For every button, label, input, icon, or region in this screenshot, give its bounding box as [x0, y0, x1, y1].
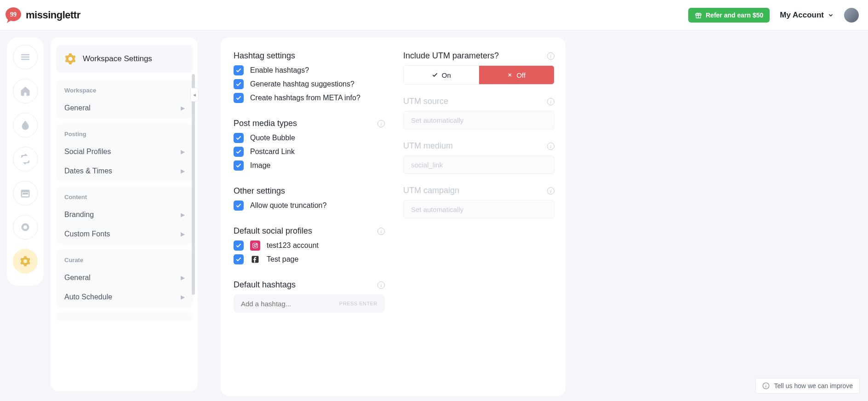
instagram-icon: [250, 241, 260, 251]
feedback-label: Tell us how we can improve: [774, 382, 853, 390]
group-curate: Curate General ▶ Auto Schedule ▶: [56, 249, 193, 308]
checkbox[interactable]: [234, 241, 244, 251]
sidebar-item-social-profiles[interactable]: Social Profiles ▶: [56, 142, 193, 161]
info-icon[interactable]: i: [377, 228, 385, 235]
other-settings-block: Other settings Allow quote truncation?: [234, 186, 385, 214]
checkbox[interactable]: [234, 79, 244, 89]
sidebar-item-branding[interactable]: Branding ▶: [56, 205, 193, 224]
sidebar-item-label: Dates & Times: [64, 167, 112, 175]
left-half: Hashtag settings Enable hashtags? Genera…: [234, 51, 385, 385]
section-title: Other settings: [234, 186, 385, 196]
utm-medium-input: social_link: [403, 155, 554, 174]
checkbox[interactable]: [234, 93, 244, 103]
gear-icon: [20, 256, 31, 267]
account-menu[interactable]: My Account: [780, 11, 834, 20]
check-label: Create hashtags from META info?: [250, 94, 360, 102]
check-label: Allow quote truncation?: [250, 201, 326, 210]
chevron-right-icon: ▶: [181, 149, 185, 155]
press-enter-hint: PRESS ENTER: [339, 301, 377, 306]
settings-title: Workspace Settings: [83, 54, 152, 63]
nav-home-button[interactable]: [13, 79, 38, 103]
field-label: UTM campaign i: [403, 186, 554, 195]
nav-calendar-button[interactable]: [13, 181, 38, 206]
svg-rect-7: [27, 193, 28, 195]
utm-campaign-block: UTM campaign i Set automatically: [403, 186, 554, 218]
check-icon: [432, 72, 438, 78]
sidebar-item-label: Branding: [64, 211, 94, 219]
refer-label: Refer and earn $50: [706, 11, 763, 19]
svg-text:99: 99: [10, 11, 17, 18]
checkbox[interactable]: [234, 200, 244, 211]
nav-analytics-button[interactable]: [13, 215, 38, 240]
sidebar-item-auto-schedule[interactable]: Auto Schedule ▶: [56, 287, 193, 307]
gear-icon: [64, 53, 76, 65]
account-label: My Account: [780, 11, 824, 20]
chevron-right-icon: ▶: [181, 294, 185, 300]
group-label: Content: [56, 192, 193, 205]
section-title: Include UTM parameters? i: [403, 51, 554, 61]
info-icon[interactable]: i: [547, 98, 554, 105]
checkbox[interactable]: [234, 133, 244, 143]
nav-curate-button[interactable]: [13, 147, 38, 172]
info-icon[interactable]: i: [377, 281, 385, 289]
checkbox[interactable]: [234, 254, 244, 264]
chevron-down-icon: [828, 12, 834, 18]
page-body: Workspace Settings Workspace General ▶ P…: [0, 30, 868, 401]
sidebar-item-curate-general[interactable]: General ▶: [56, 268, 193, 287]
info-icon[interactable]: i: [377, 120, 385, 127]
rail-card: [7, 37, 44, 286]
group-label: Posting: [56, 129, 193, 142]
check-row-enable-hashtags: Enable hashtags?: [234, 65, 385, 75]
right-half: Include UTM parameters? i On Off: [403, 51, 554, 385]
checkbox[interactable]: [234, 147, 244, 157]
toggle-on-label: On: [442, 71, 451, 79]
check-label: Quote Bubble: [250, 134, 295, 142]
brand-logo[interactable]: 99 missinglettr: [5, 6, 80, 24]
toggle-off[interactable]: Off: [479, 66, 554, 84]
gift-icon: [695, 11, 702, 19]
avatar[interactable]: [844, 8, 859, 23]
utm-source-block: UTM source i Set automatically: [403, 97, 554, 129]
post-media-block: Post media types i Quote Bubble Postcard…: [234, 119, 385, 174]
feedback-widget[interactable]: Tell us how we can improve: [755, 378, 860, 394]
field-label: UTM source i: [403, 97, 554, 106]
default-profiles-block: Default social profiles i test123 accoun…: [234, 226, 385, 268]
toggle-on[interactable]: On: [404, 66, 479, 84]
chevron-right-icon: ▶: [181, 231, 185, 237]
calendar-icon: [20, 188, 31, 199]
checkbox[interactable]: [234, 65, 244, 75]
svg-point-9: [23, 225, 27, 229]
collapse-toggle[interactable]: ◂: [190, 88, 199, 102]
sidebar-item-label: General: [64, 274, 91, 282]
profile-label: test123 account: [267, 241, 319, 250]
workspace-settings-header[interactable]: Workspace Settings: [56, 45, 193, 73]
sidebar-item-custom-fonts[interactable]: Custom Fonts ▶: [56, 224, 193, 244]
default-hashtags-block: Default hashtags i PRESS ENTER: [234, 280, 385, 313]
checkbox[interactable]: [234, 160, 244, 171]
group-content: Content Branding ▶ Custom Fonts ▶: [56, 186, 193, 245]
sidebar-item-label: Auto Schedule: [64, 293, 112, 301]
nav-drip-button[interactable]: [13, 113, 38, 137]
check-row-image: Image: [234, 160, 385, 171]
utm-medium-block: UTM medium i social_link: [403, 141, 554, 174]
logo-icon: 99: [5, 6, 22, 24]
hashtag-settings-block: Hashtag settings Enable hashtags? Genera…: [234, 51, 385, 107]
section-title: Hashtag settings: [234, 51, 385, 61]
group-label: Workspace: [56, 85, 193, 98]
sidebar-item-general[interactable]: General ▶: [56, 98, 193, 118]
info-icon[interactable]: i: [547, 187, 554, 195]
info-icon[interactable]: i: [547, 143, 554, 150]
hashtag-input[interactable]: [241, 300, 339, 308]
check-label: Generate hashtag suggestions?: [250, 80, 354, 88]
check-row-profile-facebook: Test page: [234, 254, 385, 264]
refer-button[interactable]: Refer and earn $50: [688, 8, 770, 23]
info-icon: [762, 382, 770, 390]
recycle-icon: [20, 154, 31, 165]
nav-menu-button[interactable]: [13, 45, 38, 69]
nav-settings-button[interactable]: [13, 249, 38, 274]
check-row-quote-truncation: Allow quote truncation?: [234, 200, 385, 211]
sidebar-item-dates-times[interactable]: Dates & Times ▶: [56, 161, 193, 181]
facebook-icon: [250, 254, 260, 264]
info-icon[interactable]: i: [547, 52, 554, 60]
chevron-right-icon: ▶: [181, 168, 185, 174]
